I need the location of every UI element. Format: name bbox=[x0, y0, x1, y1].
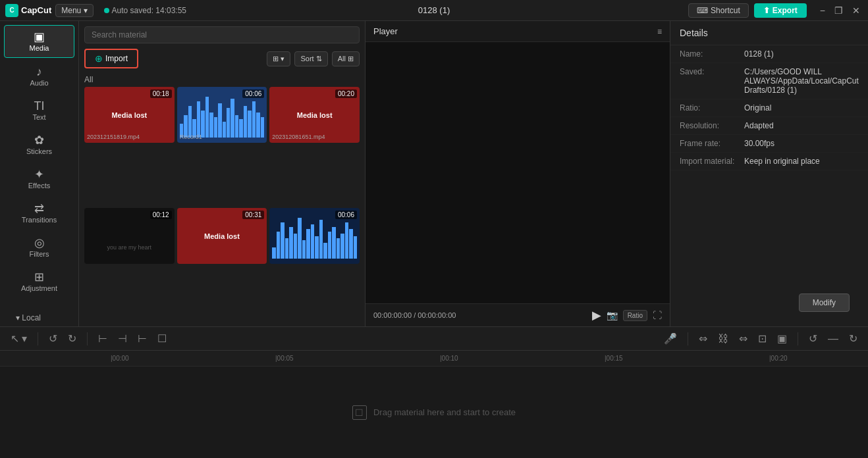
minimize-button[interactable]: − bbox=[817, 5, 828, 16]
filename-label: 202312151819.mp4 bbox=[87, 134, 172, 140]
modify-button[interactable]: Modify bbox=[799, 293, 850, 312]
text-label: Text bbox=[32, 113, 45, 121]
media-item-5[interactable]: 00:31 Media lost bbox=[177, 208, 267, 264]
media-item-4[interactable]: 00:12 you are my heart bbox=[84, 208, 175, 264]
split-button[interactable]: ⊢ bbox=[95, 331, 110, 346]
sidebar-item-transitions[interactable]: ⇄ Transitions bbox=[4, 197, 74, 229]
duration-badge: 00:12 bbox=[150, 211, 172, 219]
grid-view-button[interactable]: ⊞ ▾ bbox=[267, 51, 290, 66]
sidebar-item-filters[interactable]: ◎ Filters bbox=[4, 232, 74, 263]
framerate-label: Frame rate: bbox=[680, 139, 739, 148]
local-label[interactable]: ▾ Local bbox=[8, 311, 70, 325]
media-item-6[interactable]: 00:06 bbox=[269, 208, 360, 264]
details-panel: Details Name: 0128 (1) Saved: C:/Users/G… bbox=[670, 21, 868, 326]
media-item-2[interactable]: 00:06 Record1 bbox=[177, 87, 267, 143]
stickers-label: Stickers bbox=[26, 147, 52, 155]
zoom-out-button[interactable]: ↺ bbox=[806, 331, 820, 346]
link-button[interactable]: ⛓ bbox=[715, 332, 731, 346]
resolution-value: Adapted bbox=[744, 121, 859, 130]
timeline-tracks: ☐ Drag material here and start to create bbox=[0, 367, 868, 458]
media-item-1[interactable]: 00:18 Media lost 202312151819.mp4 bbox=[84, 87, 175, 143]
ruler-mark-10: |00:10 bbox=[440, 355, 458, 362]
detail-ratio-row: Ratio: Original bbox=[670, 99, 868, 117]
name-label: Name: bbox=[680, 49, 739, 59]
detail-import-material-row: Import material: Keep in original place bbox=[670, 153, 868, 170]
media-lost-label: Media lost bbox=[111, 111, 147, 119]
undo-button[interactable]: ↺ bbox=[46, 331, 60, 346]
player-header: Player ≡ bbox=[366, 21, 670, 42]
search-input[interactable] bbox=[84, 26, 360, 43]
drop-zone: ☐ Drag material here and start to create bbox=[352, 405, 516, 420]
zoom-timeline-button[interactable]: — bbox=[825, 332, 841, 346]
ruler-mark-5: |00:05 bbox=[275, 355, 294, 362]
all-filter-button[interactable]: All ⊞ bbox=[332, 51, 360, 66]
sidebar-item-media[interactable]: ▣ Media bbox=[4, 25, 74, 58]
sidebar-item-stickers[interactable]: ✿ Stickers bbox=[4, 129, 74, 161]
preview-button[interactable]: ▣ bbox=[774, 331, 790, 346]
placeholder-button[interactable]: ⊡ bbox=[755, 331, 769, 346]
ratio-badge[interactable]: Ratio bbox=[623, 310, 647, 321]
timeline-area: ↖ ▾ ↺ ↻ ⊢ ⊣ ⊢ ☐ 🎤 ⇔ ⛓ ⇔ ⊡ ▣ ↺ — ↻ |00:00… bbox=[0, 326, 868, 458]
media-toolbar: ⊕ Import ⊞ ▾ Sort ⇅ All ⊞ bbox=[79, 49, 365, 72]
redo-button[interactable]: ↻ bbox=[65, 331, 79, 346]
titlebar-actions: ⌨ Shortcut ⬆ Export − ❐ ✕ bbox=[688, 3, 863, 18]
trim-prev-button[interactable]: ⊣ bbox=[115, 331, 130, 346]
shortcut-button[interactable]: ⌨ Shortcut bbox=[688, 3, 749, 18]
sidebar-item-adjustment[interactable]: ⊞ Adjustment bbox=[4, 266, 74, 297]
ruler-mark-20: |00:20 bbox=[769, 355, 788, 362]
trim-next-button[interactable]: ⊢ bbox=[135, 331, 149, 346]
fullscreen-button[interactable]: ⛶ bbox=[653, 310, 662, 320]
export-button[interactable]: ⬆ Export bbox=[754, 3, 807, 18]
titlebar: C CapCut Menu ▾ Auto saved: 14:03:55 012… bbox=[0, 0, 868, 21]
close-button[interactable]: ✕ bbox=[850, 5, 863, 16]
sidebar-item-audio[interactable]: ♪ Audio bbox=[4, 61, 74, 92]
play-button[interactable]: ▶ bbox=[592, 308, 601, 322]
filename-label: 202312081651.mp4 bbox=[272, 134, 357, 140]
timeline-ruler: |00:00 |00:05 |00:10 |00:15 |00:20 bbox=[0, 351, 868, 367]
ratio-label: Ratio: bbox=[680, 103, 739, 113]
ratio-value: Original bbox=[744, 103, 859, 113]
autosave-dot bbox=[104, 8, 109, 13]
player-title: Player bbox=[373, 26, 398, 36]
audio-label: Audio bbox=[30, 79, 48, 87]
window-controls: − ❐ ✕ bbox=[817, 5, 863, 16]
adjustment-icon: ⊞ bbox=[34, 271, 44, 283]
effects-icon: ✦ bbox=[34, 168, 44, 180]
app-logo: C CapCut bbox=[5, 4, 51, 17]
unlink-button[interactable]: ⇔ bbox=[736, 331, 750, 346]
detail-resolution-row: Resolution: Adapted bbox=[670, 117, 868, 135]
select-tool-button[interactable]: ↖ ▾ bbox=[8, 331, 30, 346]
media-grid: 00:18 Media lost 202312151819.mp4 00:06 bbox=[79, 87, 365, 326]
media-item-3[interactable]: 00:20 Media lost 202312081651.mp4 bbox=[269, 87, 360, 143]
sort-button[interactable]: Sort ⇅ bbox=[294, 51, 327, 66]
adjustment-label: Adjustment bbox=[21, 284, 57, 292]
drop-text: Drag material here and start to create bbox=[373, 407, 516, 417]
menu-button[interactable]: Menu ▾ bbox=[55, 4, 93, 17]
mic-button[interactable]: 🎤 bbox=[661, 331, 680, 346]
snapshot-button[interactable]: 📷 bbox=[607, 310, 618, 320]
media-lost-label: Media lost bbox=[297, 111, 333, 119]
player-menu-icon[interactable]: ≡ bbox=[657, 27, 662, 36]
effects-label: Effects bbox=[28, 182, 50, 190]
details-header: Details bbox=[670, 21, 868, 45]
nav-tabs: ▣ Media ♪ Audio TI Text ✿ Stickers ✦ Eff… bbox=[0, 21, 78, 301]
toolbar-divider bbox=[688, 332, 688, 345]
sidebar-item-effects[interactable]: ✦ Effects bbox=[4, 163, 74, 195]
filename-label: Record1 bbox=[180, 134, 265, 140]
timeline-toolbar: ↖ ▾ ↺ ↻ ⊢ ⊣ ⊢ ☐ 🎤 ⇔ ⛓ ⇔ ⊡ ▣ ↺ — ↻ bbox=[0, 327, 868, 351]
sidebar-item-text[interactable]: TI Text bbox=[4, 95, 74, 126]
import-button[interactable]: ⊕ Import bbox=[84, 49, 138, 68]
project-title: 0128 (1) bbox=[418, 5, 450, 15]
detail-name-row: Name: 0128 (1) bbox=[670, 45, 868, 63]
restore-button[interactable]: ❐ bbox=[832, 5, 846, 16]
crop-button[interactable]: ☐ bbox=[155, 331, 169, 346]
drop-icon: ☐ bbox=[352, 405, 367, 420]
filters-icon: ◎ bbox=[34, 237, 45, 249]
player-area bbox=[366, 42, 670, 303]
zoom-in-button[interactable]: ↻ bbox=[846, 331, 860, 346]
logo-icon: C bbox=[5, 4, 18, 17]
framerate-value: 30.00fps bbox=[744, 139, 859, 148]
stickers-icon: ✿ bbox=[34, 134, 44, 146]
toolbar-divider bbox=[798, 332, 798, 345]
snap-button[interactable]: ⇔ bbox=[696, 331, 710, 346]
